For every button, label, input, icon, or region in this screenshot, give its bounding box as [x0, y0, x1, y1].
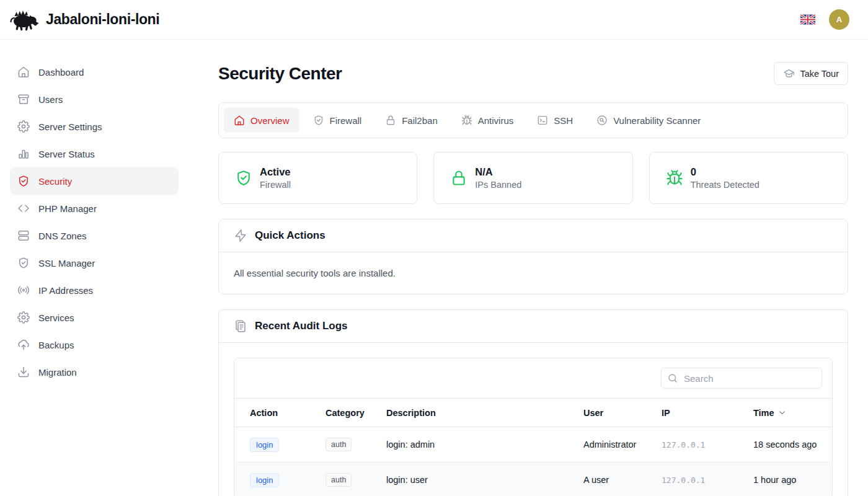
- search-box: [661, 368, 822, 389]
- uk-flag-icon[interactable]: [800, 14, 815, 25]
- security-tabs: OverviewFirewallFail2banAntivirusSSHVuln…: [218, 102, 848, 138]
- quick-actions-card: Quick Actions All essential security too…: [218, 219, 848, 294]
- audit-logs-title: Recent Audit Logs: [255, 320, 348, 332]
- shield-check-icon: [17, 175, 30, 187]
- page-header: Security Center Take Tour: [218, 62, 848, 85]
- gear-icon: [17, 120, 30, 133]
- tab-label: Antivirus: [478, 115, 514, 126]
- sidebar-item-security[interactable]: Security: [10, 167, 179, 195]
- stat-card-firewall: ActiveFirewall: [218, 152, 417, 204]
- brand[interactable]: Jabaloni-loni-loni: [10, 8, 159, 32]
- shield-check-icon: [313, 115, 324, 126]
- column-header-time[interactable]: Time: [746, 399, 832, 427]
- sidebar-item-server-status[interactable]: Server Status: [10, 140, 179, 167]
- ip-cell: 127.0.0.1: [662, 440, 705, 450]
- table-row: loginauthlogin: adminAdministrator127.0.…: [234, 427, 832, 463]
- documents-icon: [234, 319, 247, 333]
- download-icon: [17, 366, 30, 378]
- column-header-description[interactable]: Description: [379, 399, 576, 427]
- sidebar-item-dashboard[interactable]: Dashboard: [10, 58, 179, 86]
- sidebar-item-server-settings[interactable]: Server Settings: [10, 113, 179, 140]
- column-header-user[interactable]: User: [576, 399, 654, 427]
- bar-chart-icon: [17, 148, 30, 160]
- audit-table-container: ActionCategoryDescriptionUserIPTime logi…: [234, 358, 833, 496]
- sidebar-item-label: Dashboard: [38, 67, 84, 78]
- sidebar-item-label: Security: [38, 176, 72, 187]
- sidebar-item-label: Users: [38, 94, 63, 105]
- sidebar-item-dns-zones[interactable]: DNS Zones: [10, 222, 179, 249]
- home-icon: [234, 115, 245, 126]
- app-shell: DashboardUsersServer SettingsServer Stat…: [0, 40, 868, 496]
- sidebar-item-label: DNS Zones: [38, 231, 87, 241]
- user-avatar[interactable]: A: [829, 9, 849, 30]
- audit-logs-body: ActionCategoryDescriptionUserIPTime logi…: [219, 343, 848, 496]
- boar-logo-icon: [10, 8, 40, 32]
- sidebar-item-label: Server Settings: [38, 122, 102, 132]
- search-input[interactable]: [661, 368, 822, 389]
- sidebar-item-ssl-manager[interactable]: SSL Manager: [10, 249, 179, 277]
- sidebar-item-backups[interactable]: Backups: [10, 331, 179, 358]
- table-row: loginauthlogin: userA user127.0.0.11 hou…: [234, 463, 832, 496]
- topbar: Jabaloni-loni-loni A: [0, 0, 868, 40]
- time-cell: 18 seconds ago: [753, 440, 817, 450]
- user-cell: A user: [583, 475, 609, 485]
- home-icon: [17, 66, 30, 78]
- take-tour-label: Take Tour: [800, 69, 839, 79]
- gear-icon: [17, 311, 30, 324]
- sidebar-item-label: Migration: [38, 367, 77, 378]
- tab-label: SSH: [554, 115, 573, 126]
- take-tour-button[interactable]: Take Tour: [774, 62, 848, 85]
- sidebar-item-services[interactable]: Services: [10, 304, 179, 331]
- audit-table-toolbar: [234, 358, 832, 398]
- tab-label: Vulnerability Scanner: [613, 115, 701, 126]
- audit-table: ActionCategoryDescriptionUserIPTime logi…: [234, 398, 832, 496]
- page-title: Security Center: [218, 64, 342, 84]
- stat-value: Active: [260, 166, 291, 178]
- lightning-icon: [234, 229, 247, 242]
- tab-vulnerability-scanner[interactable]: Vulnerability Scanner: [587, 108, 711, 133]
- tab-antivirus[interactable]: Antivirus: [451, 108, 524, 133]
- quick-actions-message: All essential security tools are install…: [234, 268, 833, 278]
- tab-firewall[interactable]: Firewall: [303, 108, 372, 133]
- sidebar-item-label: PHP Manager: [38, 203, 97, 214]
- sidebar: DashboardUsersServer SettingsServer Stat…: [0, 40, 188, 496]
- graduation-cap-icon: [783, 68, 795, 79]
- column-header-action[interactable]: Action: [234, 399, 318, 427]
- audit-logs-header: Recent Audit Logs: [219, 310, 848, 343]
- broadcast-icon: [17, 284, 30, 296]
- description-cell: login: admin: [386, 440, 435, 450]
- stat-label: IPs Banned: [475, 180, 521, 190]
- quick-actions-body: All essential security tools are install…: [219, 252, 848, 294]
- table-header-row: ActionCategoryDescriptionUserIPTime: [234, 399, 832, 427]
- sidebar-item-ip-addresses[interactable]: IP Addresses: [10, 277, 179, 304]
- sidebar-item-users[interactable]: Users: [10, 86, 179, 113]
- archive-icon: [17, 93, 30, 105]
- category-badge: auth: [326, 438, 352, 451]
- sidebar-item-label: Server Status: [38, 149, 95, 159]
- sidebar-item-label: Services: [38, 312, 74, 323]
- sidebar-item-migration[interactable]: Migration: [10, 358, 179, 386]
- stat-card-ips-banned: N/AIPs Banned: [433, 152, 632, 204]
- tab-ssh[interactable]: SSH: [527, 108, 583, 133]
- column-header-category[interactable]: Category: [318, 399, 379, 427]
- sidebar-item-php-manager[interactable]: PHP Manager: [10, 195, 179, 222]
- category-badge: auth: [326, 473, 352, 487]
- audit-logs-card: Recent Audit Logs: [218, 309, 848, 496]
- server-icon: [17, 229, 30, 242]
- action-badge: login: [250, 473, 279, 487]
- column-header-ip[interactable]: IP: [654, 399, 746, 427]
- code-icon: [17, 202, 30, 215]
- tab-label: Fail2ban: [402, 115, 438, 126]
- app-title: Jabaloni-loni-loni: [46, 11, 159, 28]
- stat-card-threats-detected: 0Threats Detected: [649, 152, 848, 204]
- sidebar-item-label: IP Addresses: [38, 285, 93, 296]
- time-cell: 1 hour ago: [753, 475, 796, 485]
- stat-value: N/A: [475, 166, 521, 178]
- tab-label: Overview: [250, 115, 290, 126]
- scan-search-icon: [596, 115, 608, 126]
- shield-check-icon: [235, 169, 252, 187]
- tab-overview[interactable]: Overview: [224, 108, 299, 133]
- ip-cell: 127.0.0.1: [662, 476, 705, 485]
- tab-fail2ban[interactable]: Fail2ban: [375, 108, 448, 133]
- stats-row: ActiveFirewallN/AIPs Banned0Threats Dete…: [218, 152, 848, 204]
